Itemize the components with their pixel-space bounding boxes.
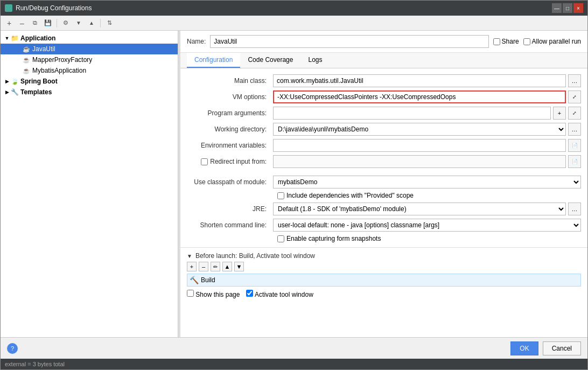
- main-class-input[interactable]: [273, 74, 566, 87]
- program-args-value: + ⤢: [273, 107, 581, 120]
- before-launch-remove-button[interactable]: –: [199, 262, 208, 271]
- classpath-label: Use classpath of module:: [187, 178, 273, 186]
- enable-form-checkbox[interactable]: [277, 235, 284, 242]
- name-input[interactable]: [210, 35, 488, 48]
- bottom-bar: ? OK Cancel: [1, 337, 587, 359]
- share-checkbox[interactable]: [493, 38, 500, 45]
- main-class-row: Main class: …: [180, 73, 587, 89]
- working-dir-browse-button[interactable]: …: [568, 123, 581, 136]
- folder-application-icon: 📁: [10, 34, 19, 43]
- before-launch-down-button[interactable]: ▼: [234, 262, 244, 271]
- vm-options-input[interactable]: [273, 90, 566, 103]
- before-launch-collapse-icon[interactable]: ▼: [187, 253, 192, 259]
- save-config-button[interactable]: 💾: [43, 18, 53, 29]
- include-deps-label[interactable]: Include dependencies with "Provided" sco…: [277, 192, 414, 199]
- working-dir-label: Working directory:: [187, 125, 273, 133]
- arrow-down-button[interactable]: ▼: [73, 18, 84, 29]
- settings-button[interactable]: ⚙: [60, 18, 71, 29]
- jre-select[interactable]: Default (1.8 - SDK of 'mybatisDemo' modu…: [273, 203, 566, 215]
- share-label[interactable]: Share: [493, 38, 519, 45]
- java-mybatisapp-icon: ☕: [22, 66, 31, 75]
- redirect-label: Redirect input from:: [210, 158, 267, 165]
- program-args-row: Program arguments: + ⤢: [180, 105, 587, 121]
- add-config-button[interactable]: +: [4, 18, 15, 29]
- tab-code-coverage[interactable]: Code Coverage: [240, 53, 300, 68]
- env-vars-input[interactable]: [273, 139, 566, 152]
- jre-value: Default (1.8 - SDK of 'mybatisDemo' modu…: [273, 203, 581, 215]
- jre-browse-button[interactable]: …: [568, 203, 581, 215]
- working-dir-select[interactable]: D:\java\idea\yunli\mybatisDemo: [273, 123, 566, 136]
- copy-config-button[interactable]: ⧉: [30, 18, 40, 29]
- help-button[interactable]: ?: [7, 343, 18, 354]
- working-dir-value: D:\java\idea\yunli\mybatisDemo …: [273, 123, 581, 136]
- titlebar: Run/Debug Configurations — □ ×: [1, 1, 587, 16]
- activate-window-label[interactable]: Activate tool window: [246, 290, 313, 298]
- before-launch-title: Before launch: Build, Activate tool wind…: [195, 252, 315, 260]
- before-launch-section: ▼ Before launch: Build, Activate tool wi…: [180, 247, 587, 301]
- remove-config-button[interactable]: –: [17, 18, 27, 29]
- status-bar: external = 3 bytes total: [1, 359, 587, 369]
- activate-window-text: Activate tool window: [255, 291, 313, 298]
- allow-parallel-label[interactable]: Allow parallel run: [523, 38, 581, 45]
- include-deps-checkbox[interactable]: [277, 192, 284, 199]
- classpath-select[interactable]: mybatisDemo: [273, 176, 581, 189]
- tree-item-javautil[interactable]: ☕ JavaUtil: [1, 44, 178, 54]
- maximize-button[interactable]: □: [563, 3, 572, 13]
- show-page-checkbox[interactable]: [187, 290, 194, 297]
- arrow-up-button[interactable]: ▲: [86, 18, 97, 29]
- activate-window-checkbox[interactable]: [246, 290, 253, 297]
- name-label: Name:: [187, 38, 206, 45]
- config-area: Main class: … VM options: ⤢ Pr: [180, 68, 587, 337]
- before-launch-edit-button[interactable]: ✏: [211, 262, 220, 271]
- allow-parallel-checkbox[interactable]: [523, 38, 530, 45]
- shorten-cmd-value: user-local default: none - java [options…: [273, 219, 581, 232]
- enable-form-row: Enable capturing form snapshots: [180, 233, 587, 244]
- tree-label-javautil: JavaUtil: [32, 45, 55, 53]
- build-icon: 🔨: [190, 276, 199, 284]
- java-javautil-icon: ☕: [22, 45, 31, 53]
- show-page-text: Show this page: [195, 291, 240, 298]
- close-button[interactable]: ×: [573, 3, 583, 13]
- titlebar-left: Run/Debug Configurations: [5, 4, 92, 12]
- cancel-button[interactable]: Cancel: [543, 341, 581, 355]
- tree-item-mybatisapplication[interactable]: ☕ MybatisApplication: [1, 65, 178, 76]
- tree-item-application[interactable]: ▼ 📁 Application: [1, 33, 178, 44]
- redirect-checkbox[interactable]: [201, 158, 208, 165]
- program-args-add-button[interactable]: +: [553, 107, 566, 120]
- tree-item-mapperproxyfactory[interactable]: ☕ MapperProxyFactory: [1, 54, 178, 65]
- shorten-cmd-label: Shorten command line:: [187, 221, 273, 229]
- tree-label-mapperproxyfactory: MapperProxyFactory: [32, 56, 92, 64]
- right-panel: Name: Share Allow parallel run Configura…: [180, 31, 587, 337]
- ok-button[interactable]: OK: [510, 341, 538, 355]
- tab-logs[interactable]: Logs: [300, 53, 330, 68]
- enable-form-text: Enable capturing form snapshots: [286, 235, 381, 242]
- spacer-1: [180, 170, 587, 174]
- program-args-input[interactable]: [273, 107, 551, 120]
- templates-icon: 🔧: [10, 88, 19, 96]
- show-page-row: Show this page Activate tool window: [187, 288, 581, 301]
- main-content: ▼ 📁 Application ☕ JavaUtil ☕ MapperProxy…: [1, 31, 587, 337]
- redirect-browse-button[interactable]: 📄: [568, 155, 581, 168]
- sort-button[interactable]: ⇅: [104, 18, 115, 29]
- main-class-browse-button[interactable]: …: [568, 74, 581, 87]
- minimize-button[interactable]: —: [552, 3, 562, 13]
- name-row: Name: Share Allow parallel run: [180, 31, 587, 53]
- build-row[interactable]: 🔨 Build: [187, 274, 581, 287]
- before-launch-up-button[interactable]: ▲: [222, 262, 232, 271]
- share-area: Share Allow parallel run: [493, 38, 581, 45]
- jre-row: JRE: Default (1.8 - SDK of 'mybatisDemo'…: [180, 201, 587, 217]
- program-args-expand-button[interactable]: ⤢: [568, 107, 581, 120]
- tab-configuration[interactable]: Configuration: [187, 53, 240, 68]
- shorten-cmd-select[interactable]: user-local default: none - java [options…: [273, 219, 581, 232]
- show-page-label[interactable]: Show this page: [187, 290, 240, 298]
- redirect-input[interactable]: [273, 155, 566, 168]
- before-launch-add-button[interactable]: +: [187, 262, 197, 271]
- tree-label-mybatisapplication: MybatisApplication: [32, 67, 86, 74]
- env-vars-browse-button[interactable]: 📄: [568, 139, 581, 152]
- env-vars-row: Environment variables: 📄: [180, 137, 587, 153]
- tree-item-templates[interactable]: ▶ 🔧 Templates: [1, 87, 178, 97]
- tree-item-springboot[interactable]: ▶ 🍃 Spring Boot: [1, 76, 178, 87]
- vm-options-expand-button[interactable]: ⤢: [568, 90, 581, 103]
- enable-form-label[interactable]: Enable capturing form snapshots: [277, 235, 381, 242]
- toolbar-separator-2: [100, 19, 101, 27]
